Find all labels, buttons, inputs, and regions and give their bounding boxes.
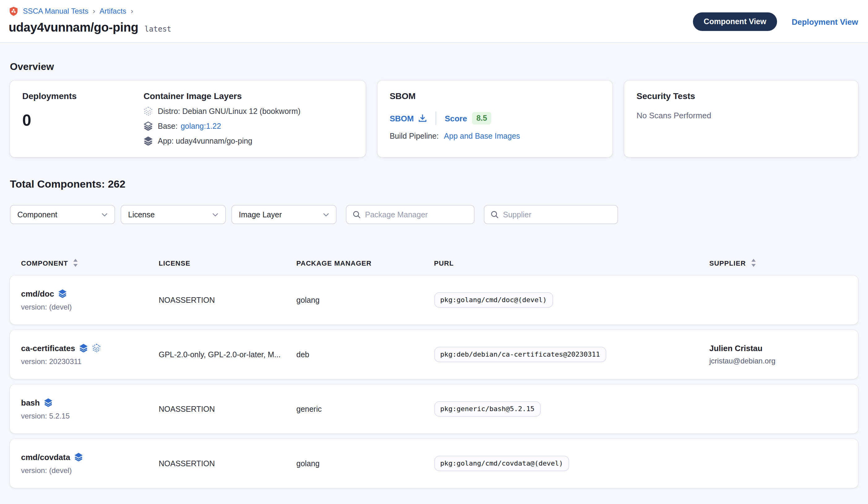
package-manager-cell: generic: [296, 405, 434, 413]
security-tests-card: Security Tests No Scans Performed: [624, 80, 858, 157]
supplier-search-input[interactable]: [503, 210, 611, 219]
security-tests-status: No Scans Performed: [637, 111, 846, 120]
deployment-view-link[interactable]: Deployment View: [792, 17, 858, 26]
sbom-row: SBOM Score 8.5: [390, 111, 600, 125]
purl-chip: pkg:deb/debian/ca-certificates@20230311: [434, 347, 606, 362]
component-version: version: (devel): [21, 466, 159, 475]
breadcrumb-link-project[interactable]: SSCA Manual Tests: [23, 7, 89, 16]
layers-outline-icon: [93, 344, 101, 352]
deployments-label: Deployments: [22, 91, 144, 101]
component-cell: cmd/doc version: (devel): [21, 289, 159, 311]
layers-filled-icon: [74, 453, 83, 461]
layers-filled-icon: [59, 289, 67, 298]
package-manager-cell: golang: [296, 296, 434, 304]
sbom-download-link[interactable]: SBOM: [390, 114, 427, 123]
purl-cell: pkg:golang/cmd/covdata@(devel): [434, 456, 709, 471]
column-header-component[interactable]: COMPONENT: [21, 259, 159, 267]
main-content: Overview Deployments 0 Container Image L…: [0, 61, 868, 488]
chevron-down-icon: [323, 213, 329, 216]
license-cell: NOASSERTION: [159, 459, 296, 468]
image-layers-block: Container Image Layers Distro: Debian GN…: [144, 91, 300, 147]
breadcrumb-link-artifacts[interactable]: Artifacts: [100, 7, 126, 16]
license-filter-dropdown[interactable]: License: [121, 205, 226, 224]
component-filter-dropdown[interactable]: Component: [10, 205, 115, 224]
purl-cell: pkg:golang/cmd/doc@(devel): [434, 292, 709, 308]
build-pipeline-row: Build Pipeline: App and Base Images: [390, 132, 600, 141]
chevron-down-icon: [102, 213, 108, 216]
component-version: version: 20230311: [21, 357, 159, 366]
deployments-layers-card: Deployments 0 Container Image Layers Dis…: [10, 80, 366, 157]
layers-half-icon: [144, 121, 153, 131]
page-header: SSCA Manual Tests › Artifacts › uday4vun…: [0, 0, 868, 43]
component-name: bash: [21, 398, 40, 407]
package-manager-search-input[interactable]: [365, 210, 468, 219]
column-header-license: LICENSE: [159, 259, 296, 266]
component-view-button[interactable]: Component View: [693, 12, 777, 31]
table-row: cmd/covdata version: (devel) NOASSERTION…: [10, 439, 858, 488]
build-pipeline-link[interactable]: App and Base Images: [444, 132, 520, 141]
purl-chip: pkg:golang/cmd/doc@(devel): [434, 292, 553, 308]
title-row: uday4vunnam/go-ping latest: [9, 20, 172, 35]
sort-icon[interactable]: [751, 259, 756, 267]
component-name: cmd/doc: [21, 289, 54, 298]
search-icon: [490, 211, 499, 219]
component-name: cmd/covdata: [21, 452, 70, 462]
overview-cards: Deployments 0 Container Image Layers Dis…: [10, 80, 858, 157]
purl-chip: pkg:golang/cmd/covdata@(devel): [434, 456, 569, 471]
header-left: SSCA Manual Tests › Artifacts › uday4vun…: [9, 6, 172, 35]
overview-heading: Overview: [10, 61, 858, 72]
sort-icon[interactable]: [73, 259, 78, 267]
layer-line-app: App: uday4vunnam/go-ping: [144, 136, 300, 145]
column-header-purl: PURL: [434, 259, 709, 266]
layer-line-distro: Distro: Debian GNU/Linux 12 (bookworm): [144, 107, 300, 116]
breadcrumb-separator: ›: [131, 7, 133, 16]
sbom-heading: SBOM: [390, 91, 600, 101]
deployments-block: Deployments 0: [22, 91, 144, 147]
component-filter-label: Component: [17, 210, 57, 219]
table-header: COMPONENT LICENSE PACKAGE MANAGER PURL S…: [10, 259, 858, 275]
license-cell: NOASSERTION: [159, 405, 296, 413]
supplier-name: Julien Cristau: [709, 344, 847, 353]
package-manager-search: [346, 205, 475, 224]
vertical-divider: [435, 111, 436, 125]
chevron-down-icon: [212, 213, 218, 216]
license-cell: GPL-2.0-only, GPL-2.0-or-later, M...: [159, 350, 296, 359]
package-manager-header-label: PACKAGE MANAGER: [296, 259, 372, 266]
component-cell: ca-certificates version: 20230311: [21, 343, 159, 366]
view-toggle: Component View Deployment View: [693, 12, 858, 31]
score-label: Score: [445, 114, 467, 123]
sbom-download-label: SBOM: [390, 114, 414, 123]
purl-cell: pkg:generic/bash@5.2.15: [434, 401, 709, 417]
score-badge: 8.5: [472, 112, 492, 124]
column-header-supplier[interactable]: SUPPLIER: [709, 259, 847, 267]
build-pipeline-label: Build Pipeline:: [390, 132, 438, 141]
purl-header-label: PURL: [434, 259, 454, 266]
base-label: Base:: [158, 122, 177, 130]
distro-text: Distro: Debian GNU/Linux 12 (bookworm): [158, 107, 300, 115]
table-row: cmd/doc version: (devel) NOASSERTION gol…: [10, 275, 858, 324]
layers-filled-icon: [80, 344, 88, 352]
image-layers-label: Container Image Layers: [144, 91, 300, 101]
download-icon: [418, 114, 427, 123]
column-header-package-manager: PACKAGE MANAGER: [296, 259, 434, 266]
ssca-shield-logo-icon: [9, 6, 19, 16]
page: SSCA Manual Tests › Artifacts › uday4vun…: [0, 0, 868, 504]
component-cell: bash version: 5.2.15: [21, 398, 159, 420]
supplier-cell: Julien Cristau jcristau@debian.org: [709, 344, 847, 365]
breadcrumb-separator: ›: [93, 7, 95, 16]
component-name: ca-certificates: [21, 343, 75, 353]
license-filter-label: License: [128, 210, 155, 219]
package-manager-cell: golang: [296, 459, 434, 468]
sbom-card: SBOM SBOM Score 8.5 Build Pipeline: App …: [378, 80, 612, 157]
image-layer-filter-dropdown[interactable]: Image Layer: [231, 205, 337, 224]
image-layer-filter-label: Image Layer: [239, 210, 282, 219]
component-version: version: (devel): [21, 302, 159, 311]
layer-line-base: Base: golang:1.22: [144, 121, 300, 131]
base-image-link[interactable]: golang:1.22: [180, 122, 221, 130]
license-header-label: LICENSE: [159, 259, 190, 266]
filters-row: Component License Image Layer: [10, 205, 858, 224]
supplier-header-label: SUPPLIER: [709, 259, 746, 266]
table-row: bash version: 5.2.15 NOASSERTION generic…: [10, 384, 858, 433]
supplier-search: [484, 205, 618, 224]
layers-filled-icon: [44, 398, 53, 407]
